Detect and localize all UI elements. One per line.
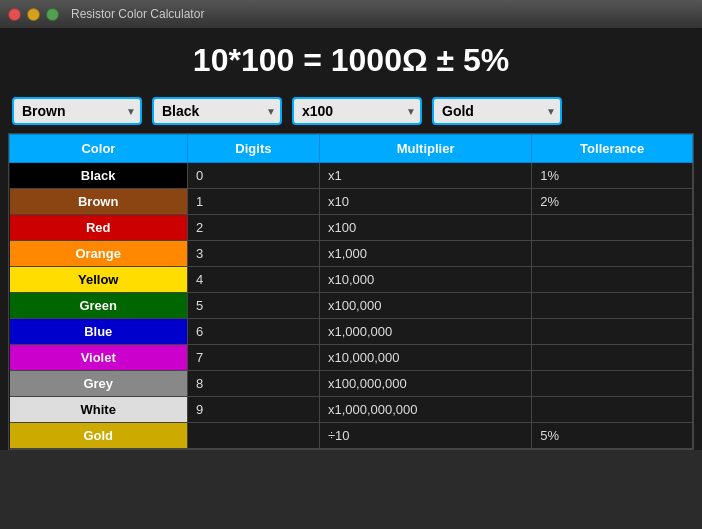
digits-cell: 8 bbox=[187, 371, 319, 397]
main-window: 10*100 = 1000Ω ± 5% Black Brown Red Oran… bbox=[0, 28, 702, 450]
table-row: Brown1x102% bbox=[10, 189, 693, 215]
table-row: Blue6x1,000,000 bbox=[10, 319, 693, 345]
tolerance-cell bbox=[532, 319, 693, 345]
tolerance-cell bbox=[532, 215, 693, 241]
digits-cell: 6 bbox=[187, 319, 319, 345]
table-scroll-area[interactable]: Color Digits Multiplier Tollerance Black… bbox=[9, 134, 693, 449]
multiplier-cell: x100 bbox=[319, 215, 531, 241]
color-cell-grey: Grey bbox=[10, 371, 188, 397]
tolerance-cell bbox=[532, 293, 693, 319]
tolerance-cell bbox=[532, 267, 693, 293]
header-color: Color bbox=[10, 135, 188, 163]
color-cell-green: Green bbox=[10, 293, 188, 319]
header-multiplier: Multiplier bbox=[319, 135, 531, 163]
multiplier-cell: x10 bbox=[319, 189, 531, 215]
tolerance-dropdown-wrapper: Gold Silver None Brown Red Green Blue Vi… bbox=[432, 97, 562, 125]
tolerance-cell: 5% bbox=[532, 423, 693, 449]
header-tolerance: Tollerance bbox=[532, 135, 693, 163]
digits-cell: 2 bbox=[187, 215, 319, 241]
multiplier-dropdown-wrapper: x1 x10 x100 x1,000 x10,000 x100,000 x1,0… bbox=[292, 97, 422, 125]
tolerance-cell bbox=[532, 345, 693, 371]
multiplier-cell: ÷10 bbox=[319, 423, 531, 449]
multiplier-cell: x10,000 bbox=[319, 267, 531, 293]
table-header-row: Color Digits Multiplier Tollerance bbox=[10, 135, 693, 163]
table-row: Black0x11% bbox=[10, 163, 693, 189]
color-cell-red: Red bbox=[10, 215, 188, 241]
tolerance-cell bbox=[532, 371, 693, 397]
formula-display: 10*100 = 1000Ω ± 5% bbox=[193, 42, 509, 78]
tolerance-cell: 2% bbox=[532, 189, 693, 215]
multiplier-cell: x100,000,000 bbox=[319, 371, 531, 397]
table-row: White9x1,000,000,000 bbox=[10, 397, 693, 423]
multiplier-cell: x10,000,000 bbox=[319, 345, 531, 371]
band2-select[interactable]: Black Brown Red Orange Yellow Green Blue… bbox=[152, 97, 282, 125]
multiplier-cell: x1,000,000 bbox=[319, 319, 531, 345]
color-table-container: Color Digits Multiplier Tollerance Black… bbox=[8, 133, 694, 450]
band1-dropdown-wrapper: Black Brown Red Orange Yellow Green Blue… bbox=[12, 97, 142, 125]
color-cell-brown: Brown bbox=[10, 189, 188, 215]
color-cell-blue: Blue bbox=[10, 319, 188, 345]
table-row: Red2x100 bbox=[10, 215, 693, 241]
digits-cell: 4 bbox=[187, 267, 319, 293]
band1-select[interactable]: Black Brown Red Orange Yellow Green Blue… bbox=[12, 97, 142, 125]
band2-dropdown-wrapper: Black Brown Red Orange Yellow Green Blue… bbox=[152, 97, 282, 125]
color-cell-violet: Violet bbox=[10, 345, 188, 371]
maximize-button[interactable] bbox=[46, 8, 59, 21]
table-row: Gold÷105% bbox=[10, 423, 693, 449]
table-row: Green5x100,000 bbox=[10, 293, 693, 319]
color-cell-yellow: Yellow bbox=[10, 267, 188, 293]
close-button[interactable] bbox=[8, 8, 21, 21]
multiplier-cell: x1,000,000,000 bbox=[319, 397, 531, 423]
tolerance-cell: 1% bbox=[532, 163, 693, 189]
table-row: Violet7x10,000,000 bbox=[10, 345, 693, 371]
digits-cell: 1 bbox=[187, 189, 319, 215]
table-row: Orange3x1,000 bbox=[10, 241, 693, 267]
tolerance-cell bbox=[532, 397, 693, 423]
digits-cell bbox=[187, 423, 319, 449]
digits-cell: 0 bbox=[187, 163, 319, 189]
title-bar: Resistor Color Calculator bbox=[0, 0, 702, 28]
tolerance-select[interactable]: Gold Silver None Brown Red Green Blue Vi… bbox=[432, 97, 562, 125]
color-cell-white: White bbox=[10, 397, 188, 423]
multiplier-cell: x1 bbox=[319, 163, 531, 189]
dropdowns-row: Black Brown Red Orange Yellow Green Blue… bbox=[0, 89, 702, 133]
multiplier-cell: x100,000 bbox=[319, 293, 531, 319]
tolerance-cell bbox=[532, 241, 693, 267]
digits-cell: 3 bbox=[187, 241, 319, 267]
formula-bar: 10*100 = 1000Ω ± 5% bbox=[0, 28, 702, 89]
table-row: Yellow4x10,000 bbox=[10, 267, 693, 293]
color-cell-orange: Orange bbox=[10, 241, 188, 267]
color-cell-black: Black bbox=[10, 163, 188, 189]
color-reference-table: Color Digits Multiplier Tollerance Black… bbox=[9, 134, 693, 449]
multiplier-select[interactable]: x1 x10 x100 x1,000 x10,000 x100,000 x1,0… bbox=[292, 97, 422, 125]
digits-cell: 7 bbox=[187, 345, 319, 371]
multiplier-cell: x1,000 bbox=[319, 241, 531, 267]
digits-cell: 5 bbox=[187, 293, 319, 319]
digits-cell: 9 bbox=[187, 397, 319, 423]
table-row: Grey8x100,000,000 bbox=[10, 371, 693, 397]
color-cell-gold: Gold bbox=[10, 423, 188, 449]
window-title: Resistor Color Calculator bbox=[71, 7, 204, 21]
header-digits: Digits bbox=[187, 135, 319, 163]
minimize-button[interactable] bbox=[27, 8, 40, 21]
